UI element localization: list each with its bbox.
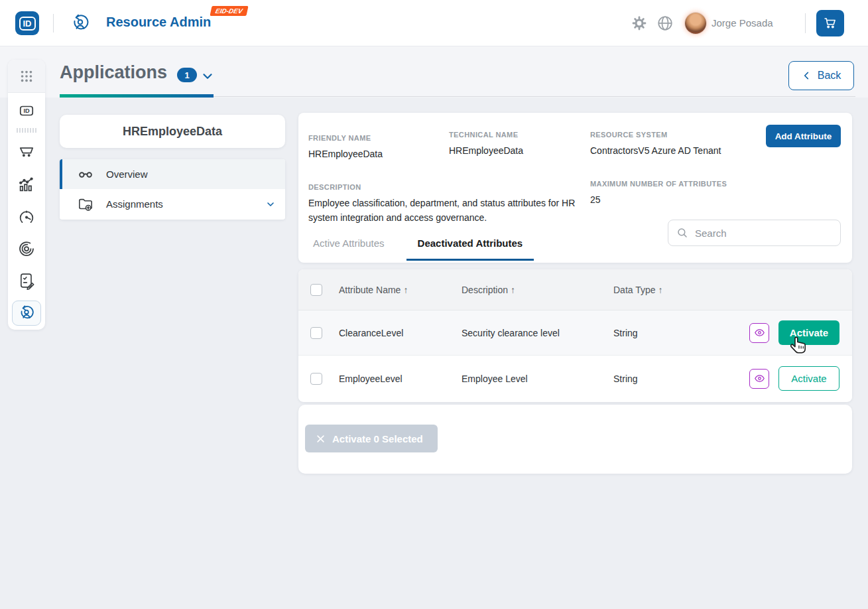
analytics-icon[interactable]: [8, 175, 45, 194]
view-attribute-button[interactable]: [749, 323, 769, 343]
cell-data-type: String: [613, 373, 693, 384]
cart-button[interactable]: [816, 10, 844, 36]
bulk-activate-label: Activate 0 Selected: [332, 433, 423, 444]
field-technical-name: TECHNICAL NAME HREmployeeData: [449, 131, 582, 159]
id-badge-icon[interactable]: ID: [8, 102, 45, 119]
cell-description: Employee Level: [462, 373, 613, 384]
back-button[interactable]: Back: [788, 61, 854, 90]
sidebar-item-resource-admin[interactable]: [12, 301, 41, 326]
eye-icon: [754, 327, 765, 338]
field-label: MAXIMUM NUMBER OF ATTRIBUTES: [590, 180, 763, 188]
sort-asc-icon[interactable]: ↑: [511, 285, 515, 295]
field-value: HREmployeeData: [308, 147, 434, 162]
app-title: Resource Admin: [106, 15, 211, 30]
chevron-down-icon[interactable]: [200, 69, 215, 84]
svg-text:ID: ID: [23, 107, 30, 114]
table-row: ClearanceLevel Security clearance level …: [298, 310, 852, 356]
eye-icon: [754, 373, 765, 384]
fingerprint-icon[interactable]: [8, 239, 45, 259]
sort-asc-icon[interactable]: ↑: [403, 285, 408, 295]
folder-plus-icon: [77, 196, 94, 213]
company-logo[interactable]: ID: [15, 11, 39, 35]
divider: [805, 13, 806, 33]
field-friendly-name: FRIENDLY NAME HREmployeeData: [308, 134, 434, 162]
attributes-tabs: Active Attributes Deactivated Attributes: [302, 228, 534, 261]
barcode-divider: [8, 128, 45, 133]
environment-badge: EID-DEV: [210, 6, 248, 16]
row-checkbox[interactable]: [310, 327, 322, 339]
column-header-data-type[interactable]: Data Type↑: [613, 285, 693, 295]
resource-details-card: FRIENDLY NAME HREmployeeData TECHNICAL N…: [298, 113, 852, 263]
globe-icon[interactable]: [656, 15, 674, 32]
menu-item-assignments[interactable]: Assignments: [60, 189, 285, 219]
field-max-attributes: MAXIMUM NUMBER OF ATTRIBUTES 25: [590, 180, 763, 208]
top-bar: ID Resource Admin EID-DEV: [0, 0, 868, 46]
cart-icon[interactable]: [8, 143, 45, 161]
attributes-table: Attribute Name↑ Description↑ Data Type↑ …: [298, 269, 852, 402]
cart-icon: [824, 17, 837, 30]
tasks-icon[interactable]: [8, 271, 45, 290]
menu-item-overview[interactable]: Overview: [60, 159, 285, 189]
gear-icon[interactable]: [631, 15, 647, 31]
menu-item-label: Assignments: [106, 198, 163, 210]
person-sync-icon: [18, 304, 35, 322]
cell-attribute-name: EmployeeLevel: [339, 373, 462, 384]
close-icon: [316, 434, 326, 444]
field-label: TECHNICAL NAME: [449, 131, 582, 139]
menu-item-label: Overview: [106, 169, 148, 180]
field-value: HREmployeeData: [449, 144, 582, 159]
row-checkbox[interactable]: [310, 373, 322, 385]
field-value: 25: [590, 193, 763, 208]
field-label: RESOURCE SYSTEM: [590, 131, 756, 139]
sort-asc-icon[interactable]: ↑: [658, 285, 663, 295]
logo-text: ID: [19, 17, 36, 31]
field-description: DESCRIPTION Employee classification, dep…: [308, 183, 593, 225]
table-header-row: Attribute Name↑ Description↑ Data Type↑: [298, 269, 852, 310]
gauge-icon[interactable]: [8, 208, 45, 226]
left-icon-rail: ID: [8, 60, 45, 330]
user-avatar[interactable]: [685, 13, 706, 34]
field-label: DESCRIPTION: [308, 183, 593, 191]
search-icon: [676, 227, 688, 239]
cell-data-type: String: [613, 328, 693, 338]
column-header-attribute-name[interactable]: Attribute Name↑: [339, 285, 462, 295]
resource-name: HREmployeeData: [123, 125, 222, 139]
field-label: FRIENDLY NAME: [308, 134, 434, 142]
activate-button[interactable]: Activate: [778, 320, 839, 345]
bulk-activate-button[interactable]: Activate 0 Selected: [305, 425, 438, 452]
table-row: EmployeeLevel Employee Level String Acti…: [298, 356, 852, 401]
resource-menu: Overview Assignments: [60, 159, 285, 220]
search-input[interactable]: [695, 228, 832, 239]
chevron-down-icon[interactable]: [265, 199, 276, 210]
view-attribute-button[interactable]: [749, 369, 769, 389]
column-header-description[interactable]: Description↑: [462, 285, 613, 295]
user-name: Jorge Posada: [712, 17, 773, 29]
resource-name-card: HREmployeeData: [60, 115, 285, 148]
field-value: ContractorsV5 Azure AD Tenant: [590, 144, 756, 159]
tab-deactivated-attributes[interactable]: Deactivated Attributes: [406, 228, 534, 261]
add-attribute-button[interactable]: Add Attribute: [766, 125, 841, 147]
divider: [53, 14, 54, 33]
active-section-underline: [60, 94, 214, 98]
cell-attribute-name: ClearanceLevel: [339, 328, 462, 338]
count-badge: 1: [177, 68, 197, 82]
chevron-left-icon: [802, 70, 812, 81]
person-sync-icon: [70, 13, 90, 33]
search-box: [668, 220, 841, 246]
apps-grid-icon[interactable]: [8, 60, 45, 93]
field-value: Employee classification, department, and…: [308, 196, 593, 225]
glasses-icon: [77, 166, 94, 183]
activate-button[interactable]: Activate: [778, 366, 839, 391]
page-title: Applications: [60, 62, 167, 83]
back-label: Back: [818, 70, 841, 82]
field-resource-system: RESOURCE SYSTEM ContractorsV5 Azure AD T…: [590, 131, 756, 159]
select-all-checkbox[interactable]: [310, 284, 322, 296]
bulk-actions-card: Activate 0 Selected: [298, 405, 852, 474]
cell-description: Security clearance level: [462, 328, 613, 338]
tab-active-attributes[interactable]: Active Attributes: [302, 228, 396, 261]
